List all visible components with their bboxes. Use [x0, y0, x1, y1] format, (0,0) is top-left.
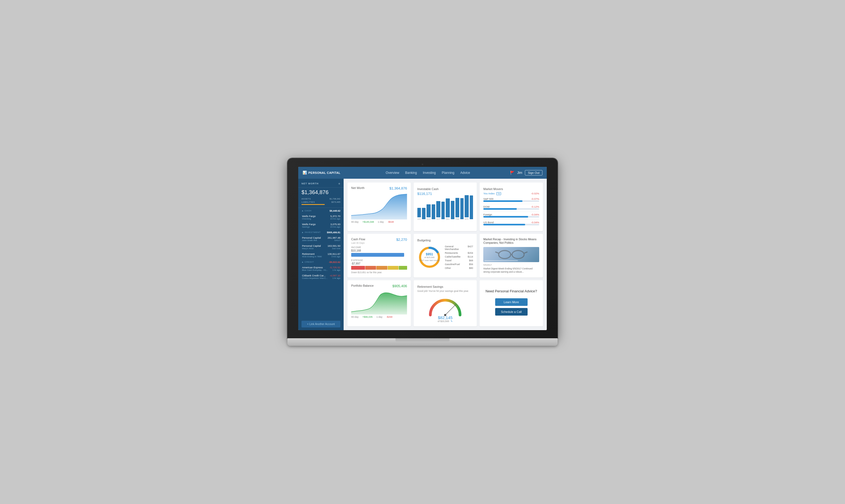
income-label: INCOME [351, 246, 407, 249]
account-item-top: Wells Fargo 5,372.70 [302, 215, 340, 218]
portfolio-title: Portfolio Balance [351, 284, 374, 287]
account-balance: 3,075.93 [330, 223, 340, 226]
donut-chart: $951 of $15,000 $747 over last month [417, 245, 442, 270]
expense-row: EXPENSE -$7,897 [351, 259, 407, 270]
main-nav: Overview Banking Investing Planning Advi… [346, 170, 510, 176]
nav-planning[interactable]: Planning [442, 170, 454, 176]
bar-col-6: DEC [446, 198, 450, 220]
bar-fill-7 [451, 201, 454, 219]
bar-label-6: DEC [446, 218, 450, 220]
cash-group-header[interactable]: ▲ CASH $8,448.62 [298, 208, 344, 213]
bar-fill-3 [432, 204, 435, 219]
account-item-citibank[interactable]: Citibank Credit Car... -4,097.10 Costco … [298, 273, 344, 281]
account-item-amex[interactable]: American Express -5,725.52 Blue Cash Eve… [298, 265, 344, 273]
gauge-container: $82,145 of $20,500 ✎ [417, 295, 473, 323]
account-balance: 5,372.70 [330, 215, 340, 218]
market-row-0: S&P 500-0.07% [483, 196, 539, 204]
account-item-pc-ira[interactable]: Personal Capital 261,987.48 John Smith I… [298, 235, 344, 243]
recap-image [483, 247, 539, 262]
financial-advice-card: Need Personal Financial Advice? Learn Mo… [479, 280, 543, 327]
nav-banking[interactable]: Banking [405, 170, 417, 176]
account-time: 5/4/17 [334, 239, 340, 241]
app: 📊 PERSONAL CAPITAL Overview Banking Inve… [298, 167, 547, 330]
nav-investing[interactable]: Investing [423, 170, 436, 176]
account-time: 23 hrs ago [330, 226, 340, 228]
assets-liabilities: ASSETS $1,738,342 LIABILITIES $373,465 [301, 198, 340, 205]
add-account-icon[interactable]: + [338, 181, 340, 186]
signout-button[interactable]: Sign Out [525, 170, 543, 176]
account-subname: John Smith IRA [302, 239, 317, 241]
investable-title: Investable Cash [417, 187, 439, 191]
budget-item-value: $204 [468, 252, 473, 254]
camera [422, 164, 423, 165]
bar-col-0: JUN [417, 208, 421, 220]
svg-point-4 [512, 251, 524, 258]
cash-group-label: ▲ CASH [301, 210, 312, 212]
sidebar-net-worth: $1,364,876 ASSETS $1,738,342 LIABILITIES… [298, 187, 344, 208]
account-item-retirement[interactable]: Retirement 130,911.67 401k Ending in 789… [298, 251, 344, 259]
learn-more-button[interactable]: Learn More [495, 298, 528, 306]
account-item-wf-checking[interactable]: Wells Fargo 5,372.70 Checking 23 hrs ago [298, 213, 344, 221]
expense-value: -$7,897 [351, 262, 407, 265]
sidebar: Net Worth + $1,364,876 ASSETS $1,738,342 [298, 179, 344, 330]
account-balance: -4,097.10 [330, 274, 340, 277]
nav-advice[interactable]: Advice [460, 170, 470, 176]
budget-item-4: Gasoline/Fuel$56 [445, 263, 473, 266]
svg-line-7 [524, 252, 527, 253]
user-menu[interactable]: Jim [517, 171, 523, 175]
expense-bar [351, 266, 407, 270]
portfolio-chart [351, 290, 407, 314]
budgeting-card: Budgeting $951 [413, 234, 477, 277]
main-content: Net Worth + $1,364,876 ASSETS $1,738,342 [298, 179, 547, 330]
bar-col-7 [451, 201, 454, 220]
logo-icon: 📊 [302, 170, 307, 175]
budget-item-value: $68 [469, 259, 473, 262]
flag-icon: 🚩 [510, 170, 515, 175]
donut-amount: $951 [419, 252, 440, 256]
account-item-wf-savings[interactable]: Wells Fargo 3,075.93 Savings 23 hrs ago [298, 221, 344, 230]
edit-icon[interactable]: ✎ [451, 320, 453, 323]
market-recap-card: Market Recap - Investing in Stocks Means… [479, 234, 543, 277]
account-subname: Mary's 401k [302, 247, 314, 250]
you-index-change: -0.02% [531, 192, 539, 195]
budget-item-value: $427 [468, 245, 473, 251]
credit-group-header[interactable]: ▲ CREDIT -$9,822.62 [298, 259, 344, 265]
account-subname: Checking [302, 218, 311, 220]
market-name: DOW [483, 205, 490, 208]
market-row-inner: US Bond-0.04% [483, 221, 539, 226]
budgeting-title: Budgeting [417, 239, 431, 242]
investable-cash-card: Investable Cash $116,171 JUNAUGOCTDECFEB… [413, 182, 477, 231]
net-worth-title: Net Worth [351, 186, 365, 190]
account-subname: Savings [302, 226, 310, 228]
budget-item-value: $56 [469, 263, 473, 266]
account-item-top: Personal Capital 163,591.50 [302, 244, 340, 247]
market-change: -0.07% [531, 197, 539, 200]
nav-overview[interactable]: Overview [386, 170, 399, 176]
link-account-button[interactable]: + Link Another Account [301, 321, 340, 327]
budget-item-value: $114 [468, 255, 473, 258]
account-balance: -5,725.52 [330, 266, 340, 269]
schedule-call-button[interactable]: Schedule a Call [495, 308, 528, 316]
account-item-top: American Express -5,725.52 [302, 266, 340, 269]
bar-fill-6 [446, 198, 450, 217]
advice-title: Need Personal Financial Advice? [486, 289, 537, 294]
account-time: 1 hr ago [333, 277, 340, 280]
account-item-pc-401k[interactable]: Personal Capital 163,591.50 Mary's 401k … [298, 243, 344, 251]
svg-line-8 [445, 304, 456, 315]
portfolio-delta-1day: -$268 [386, 316, 392, 318]
cashflow-footer: Down $13,651 so far this year. [351, 271, 407, 274]
bar-fill-8 [455, 198, 459, 217]
investment-group-header[interactable]: ▲ INVESTMENT $905,406.81 [298, 230, 344, 235]
investable-bar-chart: JUNAUGOCTDECFEBAPR [417, 198, 473, 220]
bar-col-9 [460, 198, 464, 220]
budget-item-value: $80 [469, 267, 473, 269]
portfolio-delta: 90-day +$96,035 1-day -$268 [351, 316, 407, 318]
portfolio-delta-90day: +$96,035 [363, 316, 373, 318]
account-subname: Costco Anywhere Visa C... [302, 277, 328, 280]
net-worth-card: Net Worth $1,364,876 [347, 182, 411, 231]
screen: 📊 PERSONAL CAPITAL Overview Banking Inve… [298, 167, 547, 330]
cashflow-title: Cash Flow [351, 237, 365, 241]
income-bar [351, 253, 404, 257]
recap-date: 5/5/2017 [483, 264, 539, 266]
market-row-1: DOW-0.12% [483, 204, 539, 212]
